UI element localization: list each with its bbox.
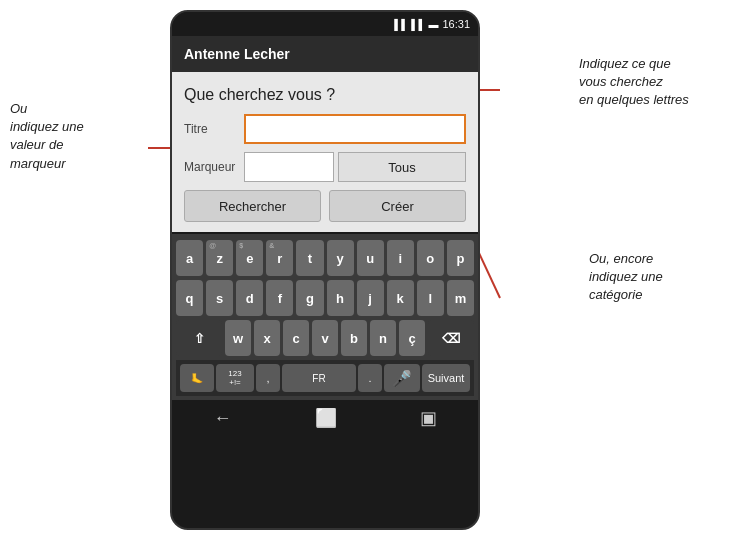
key-comma[interactable]: , xyxy=(256,364,280,392)
key-swipe[interactable]: 🦶 xyxy=(180,364,214,392)
key-b[interactable]: b xyxy=(341,320,367,356)
key-space[interactable]: FR xyxy=(282,364,356,392)
annotation-marqueur: Ou indiquez une valeur de marqueur xyxy=(10,100,130,173)
key-g[interactable]: g xyxy=(296,280,323,316)
phone-frame: ▌▌ ▌▌ ▬ 16:31 Antenne Lecher Que cherche… xyxy=(170,10,480,530)
key-f[interactable]: f xyxy=(266,280,293,316)
tous-badge[interactable]: Tous xyxy=(338,152,466,182)
creer-button[interactable]: Créer xyxy=(329,190,466,222)
key-v[interactable]: v xyxy=(312,320,338,356)
key-num[interactable]: 123 +!= xyxy=(216,364,254,392)
key-backspace[interactable]: ⌫ xyxy=(428,320,474,356)
key-l[interactable]: l xyxy=(417,280,444,316)
key-n[interactable]: n xyxy=(370,320,396,356)
key-period[interactable]: . xyxy=(358,364,382,392)
key-y[interactable]: y xyxy=(327,240,354,276)
keyboard-bottom-row: 🦶 123 +!= , FR . 🎤 Suivant xyxy=(176,360,474,396)
key-m[interactable]: m xyxy=(447,280,474,316)
key-j[interactable]: j xyxy=(357,280,384,316)
main-content: Que cherchez vous ? Titre Marqueur Tous … xyxy=(172,72,478,232)
key-ccedilla[interactable]: ç xyxy=(399,320,425,356)
key-x[interactable]: x xyxy=(254,320,280,356)
key-i[interactable]: i xyxy=(387,240,414,276)
key-d[interactable]: d xyxy=(236,280,263,316)
key-o[interactable]: o xyxy=(417,240,444,276)
rechercher-button[interactable]: Rechercher xyxy=(184,190,321,222)
marqueur-label: Marqueur xyxy=(184,160,244,174)
keyboard-row-3: ⇧ w x c v b n ç ⌫ xyxy=(176,320,474,356)
key-z[interactable]: @z xyxy=(206,240,233,276)
annotation-cherchez: Indiquez ce que vous cherchez en quelque… xyxy=(579,55,724,110)
nav-bar: ← ⬜ ▣ xyxy=(172,400,478,436)
clock: 16:31 xyxy=(442,18,470,30)
key-t[interactable]: t xyxy=(296,240,323,276)
key-e[interactable]: $e xyxy=(236,240,263,276)
form-title: Que cherchez vous ? xyxy=(184,86,466,104)
key-k[interactable]: k xyxy=(387,280,414,316)
key-c[interactable]: c xyxy=(283,320,309,356)
marqueur-row: Marqueur Tous xyxy=(184,152,466,182)
app-title: Antenne Lecher xyxy=(184,46,290,62)
annotation-categorie: Ou, encore indiquez une catégorie xyxy=(589,250,734,305)
key-w[interactable]: w xyxy=(225,320,251,356)
key-shift[interactable]: ⇧ xyxy=(176,320,222,356)
key-p[interactable]: p xyxy=(447,240,474,276)
keyboard: a @z $e &r t y u i o p q s d f g h j k l… xyxy=(172,234,478,400)
button-row: Rechercher Créer xyxy=(184,190,466,222)
marqueur-input[interactable] xyxy=(244,152,334,182)
nav-recent-icon[interactable]: ▣ xyxy=(420,407,437,429)
key-h[interactable]: h xyxy=(327,280,354,316)
titre-label: Titre xyxy=(184,122,244,136)
key-r[interactable]: &r xyxy=(266,240,293,276)
titre-row: Titre xyxy=(184,114,466,144)
status-bar: ▌▌ ▌▌ ▬ 16:31 xyxy=(172,12,478,36)
signal-icons: ▌▌ ▌▌ ▬ xyxy=(394,19,438,30)
key-q[interactable]: q xyxy=(176,280,203,316)
battery-icon: ▬ xyxy=(428,19,438,30)
keyboard-row-1: a @z $e &r t y u i o p xyxy=(176,240,474,276)
key-s[interactable]: s xyxy=(206,280,233,316)
key-u[interactable]: u xyxy=(357,240,384,276)
key-suivant[interactable]: Suivant xyxy=(422,364,470,392)
nav-back-icon[interactable]: ← xyxy=(214,408,232,429)
app-bar: Antenne Lecher xyxy=(172,36,478,72)
titre-input[interactable] xyxy=(244,114,466,144)
nav-home-icon[interactable]: ⬜ xyxy=(315,407,337,429)
signal-bars: ▌▌ xyxy=(394,19,408,30)
key-mic[interactable]: 🎤 xyxy=(384,364,420,392)
signal-bars-2: ▌▌ xyxy=(411,19,425,30)
keyboard-row-2: q s d f g h j k l m xyxy=(176,280,474,316)
key-a[interactable]: a xyxy=(176,240,203,276)
